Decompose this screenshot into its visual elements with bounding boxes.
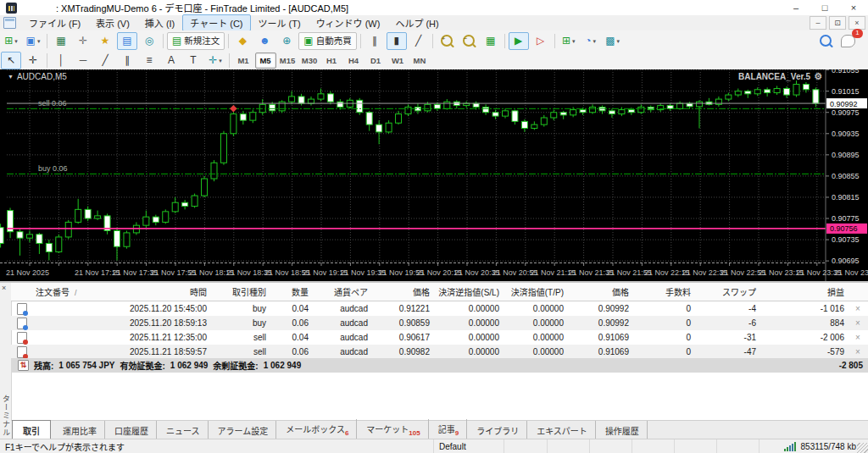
timeframe-mn-button[interactable]: MN <box>409 52 431 69</box>
timeframe-m1-button[interactable]: M1 <box>233 52 254 69</box>
vertical-line-tool-button[interactable]: │ <box>51 52 71 69</box>
zoom-in-button[interactable]: + <box>437 32 457 50</box>
tile-windows-button[interactable]: ▦ <box>481 32 501 50</box>
order-row[interactable]: 2025.11.21 12:35:00 sell 0.04 audcad 0.9… <box>11 330 868 345</box>
candlestick-chart-button[interactable]: ▮ <box>387 32 407 50</box>
column-swap[interactable]: スワップ <box>694 285 760 298</box>
mdi-close-button[interactable]: × <box>849 16 865 30</box>
tab-exposure[interactable]: 運用比率 <box>55 421 105 440</box>
close-position-button[interactable]: × <box>848 333 868 342</box>
menu-chart[interactable]: チャート (C) <box>182 14 250 31</box>
zoom-out-button[interactable]: − <box>459 32 479 50</box>
indicators-button[interactable]: ⊞▾ <box>559 32 579 50</box>
close-position-button[interactable]: × <box>848 304 868 313</box>
menu-file[interactable]: ファイル (F) <box>21 14 88 31</box>
window-close-button[interactable]: × <box>839 0 868 15</box>
tab-journal[interactable]: 操作履歴 <box>598 421 648 440</box>
column-commission[interactable]: 手数料 <box>632 285 694 298</box>
metaeditor-button[interactable]: ◆ <box>232 32 253 50</box>
strategy-tester-button[interactable]: ◎ <box>139 32 159 50</box>
community-button[interactable]: ☻ <box>254 32 275 50</box>
terminal-button[interactable]: ▤ <box>117 32 137 50</box>
arrows-tool-button[interactable]: ✛▾ <box>205 52 225 69</box>
menu-insert[interactable]: 挿入 (I) <box>137 14 182 31</box>
price-chart[interactable]: ▼ AUDCAD,M5 BALANCEA_Ver.5 ⚙ 0.910550.91… <box>0 69 868 281</box>
collapse-triangle-icon[interactable]: ▼ <box>8 74 14 80</box>
timeframe-m5-button[interactable]: M5 <box>255 52 276 69</box>
gear-icon[interactable]: ⚙ <box>814 71 822 82</box>
column-volume[interactable]: 数量 <box>270 285 312 298</box>
svg-text:0.90815: 0.90815 <box>832 193 860 202</box>
column-symbol[interactable]: 通貨ペア <box>312 285 371 298</box>
tab-mailbox[interactable]: メールボックス6 <box>278 419 357 440</box>
channel-tool-button[interactable]: ∥ <box>117 52 137 69</box>
market-watch-button[interactable]: ▦ <box>51 32 71 50</box>
column-profit[interactable]: 損益 <box>760 285 848 298</box>
auto-scroll-button[interactable]: ▶ <box>509 32 529 50</box>
terminal-close-button[interactable]: × <box>2 285 6 292</box>
menu-tools[interactable]: ツール (T) <box>251 14 309 31</box>
templates-button[interactable]: ▩▾ <box>603 32 623 50</box>
chart-shift-button[interactable]: ▷ <box>531 32 551 50</box>
web-terminal-button[interactable]: ⊕ <box>276 32 297 50</box>
order-row[interactable]: 2025.11.20 15:45:00 buy 0.04 audcad 0.91… <box>11 301 868 316</box>
line-chart-button[interactable]: ╱ <box>409 32 429 50</box>
search-button[interactable] <box>815 32 836 50</box>
order-row[interactable]: 2025.11.20 18:59:13 buy 0.06 audcad 0.90… <box>11 316 868 330</box>
tab-alerts[interactable]: アラーム設定 <box>210 421 277 440</box>
menu-window[interactable]: ウィンドウ (W) <box>309 14 388 31</box>
chart-window-icon[interactable] <box>3 17 16 29</box>
crosshair-tool-button[interactable]: ✛ <box>23 52 43 69</box>
globe-icon: ⊕ <box>282 36 291 46</box>
close-price-cell: 0.90992 <box>567 304 632 313</box>
window-maximize-button[interactable]: □ <box>810 0 839 15</box>
notifications-button[interactable]: 1 <box>837 32 859 50</box>
label-tool-button[interactable]: T <box>183 52 203 69</box>
new-chart-button[interactable]: ⊞▾ <box>1 32 21 50</box>
resize-grip[interactable] <box>857 443 868 453</box>
tab-library[interactable]: ライブラリ <box>469 421 527 440</box>
window-minimize-button[interactable]: – <box>782 0 810 15</box>
new-order-button[interactable]: ▤ 新規注文 <box>167 32 225 50</box>
column-time[interactable]: 時間 <box>108 285 210 298</box>
mdi-restore-button[interactable]: ⊡ <box>829 16 846 30</box>
tab-account-history[interactable]: 口座履歴 <box>107 421 157 440</box>
timeframe-w1-button[interactable]: W1 <box>387 52 409 69</box>
mdi-minimize-button[interactable]: – <box>810 16 826 30</box>
close-position-button[interactable]: × <box>848 347 868 356</box>
tab-news[interactable]: ニュース <box>159 421 209 440</box>
timeframe-m30-button[interactable]: M30 <box>299 52 320 69</box>
column-tp[interactable]: 決済指値(T/P) <box>503 285 567 298</box>
trendline-tool-button[interactable]: ╱ <box>95 52 115 69</box>
tp-cell: 0.00000 <box>503 318 567 328</box>
tab-articles[interactable]: 記事9 <box>431 419 467 440</box>
auto-trading-button[interactable]: ▣ 自動売買 <box>298 32 356 50</box>
cursor-tool-button[interactable]: ↖ <box>1 52 21 69</box>
tab-trade[interactable]: 取引 <box>12 420 51 440</box>
profiles-button[interactable]: ▣▾ <box>23 32 43 50</box>
candlestick-chart-canvas[interactable]: 0.910550.910150.909750.909350.908950.908… <box>0 69 868 281</box>
column-price[interactable]: 価格 <box>371 285 433 298</box>
tab-experts[interactable]: エキスパート <box>529 421 596 440</box>
column-order-number[interactable]: 注文番号/ <box>32 285 108 298</box>
column-sl[interactable]: 決済逆指値(S/L) <box>433 285 503 298</box>
fibonacci-tool-button[interactable]: ≡ <box>139 52 159 69</box>
timeframe-m15-button[interactable]: M15 <box>277 52 298 69</box>
data-window-button[interactable]: ✛ <box>73 32 93 50</box>
order-row[interactable]: 2025.11.21 18:59:57 sell 0.06 audcad 0.9… <box>11 345 868 359</box>
navigator-button[interactable]: ★ <box>95 32 115 50</box>
tab-market[interactable]: マーケット105 <box>359 419 428 440</box>
status-profile[interactable]: Default <box>434 439 504 453</box>
column-type[interactable]: 取引種別 <box>210 285 270 298</box>
bar-chart-button[interactable]: ∥ <box>364 32 385 50</box>
timeframe-h1-button[interactable]: H1 <box>321 52 342 69</box>
periods-button[interactable]: ◔▾ <box>581 32 601 50</box>
timeframe-d1-button[interactable]: D1 <box>365 52 387 69</box>
menu-help[interactable]: ヘルプ (H) <box>387 14 446 31</box>
close-position-button[interactable]: × <box>848 318 868 328</box>
menu-view[interactable]: 表示 (V) <box>88 14 137 31</box>
text-tool-button[interactable]: A <box>161 52 181 69</box>
timeframe-h4-button[interactable]: H4 <box>343 52 364 69</box>
horizontal-line-tool-button[interactable]: ─ <box>73 52 93 69</box>
column-close-price[interactable]: 価格 <box>567 285 632 298</box>
